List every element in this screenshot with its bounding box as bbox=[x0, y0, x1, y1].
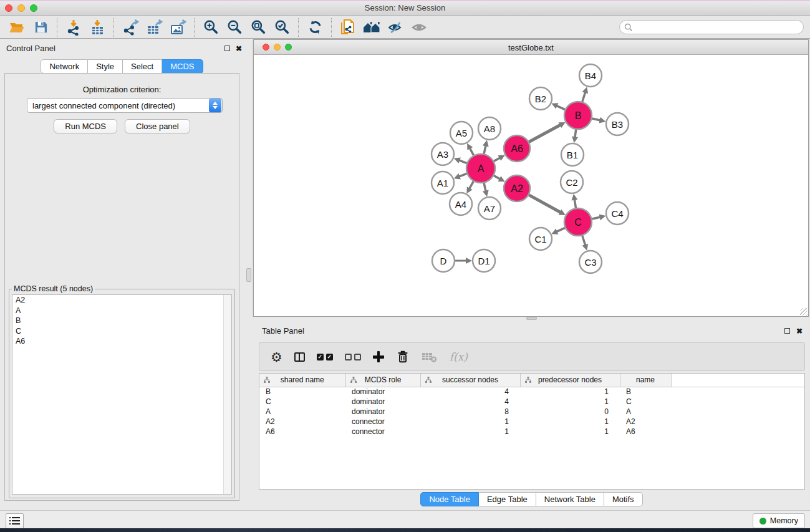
refresh-button[interactable] bbox=[303, 17, 327, 37]
column-visibility-button[interactable] bbox=[294, 352, 305, 362]
table-cell[interactable]: A6 bbox=[259, 427, 345, 437]
table-cell[interactable]: A bbox=[620, 407, 671, 417]
select-all-button[interactable]: ✓ ✓ bbox=[317, 354, 333, 360]
columns-icon bbox=[294, 352, 305, 362]
table-cell[interactable]: dominator bbox=[345, 397, 420, 407]
export-network-button[interactable] bbox=[118, 17, 142, 37]
tab-node-table[interactable]: Node Table bbox=[420, 492, 479, 506]
float-panel-icon[interactable] bbox=[224, 46, 230, 51]
deselect-all-button[interactable] bbox=[345, 354, 361, 360]
unchecked-checkbox-icon bbox=[354, 354, 361, 360]
table-cell[interactable]: 1 bbox=[520, 387, 620, 397]
graph-node-label: A6 bbox=[511, 143, 523, 154]
column-header-predecessor-nodes[interactable]: predecessor nodes bbox=[520, 374, 620, 387]
mcds-result-item[interactable]: A2 bbox=[12, 295, 231, 306]
tab-network[interactable]: Network bbox=[41, 59, 88, 74]
export-table-button[interactable] bbox=[142, 17, 166, 37]
zoom-selected-button[interactable] bbox=[270, 17, 294, 37]
tab-select[interactable]: Select bbox=[123, 59, 162, 74]
table-cell[interactable]: A6 bbox=[620, 427, 671, 437]
table-cell[interactable]: connector bbox=[345, 427, 420, 437]
import-network-button[interactable] bbox=[62, 17, 85, 37]
home-layout-button[interactable] bbox=[360, 17, 383, 37]
network-document-icon bbox=[340, 19, 356, 36]
memory-button[interactable]: Memory bbox=[753, 513, 805, 528]
tab-mcds[interactable]: MCDS bbox=[162, 59, 203, 74]
mcds-result-item[interactable]: A bbox=[12, 306, 231, 316]
table-cell[interactable]: 8 bbox=[420, 407, 520, 417]
export-image-button[interactable] bbox=[166, 17, 190, 37]
table-cell[interactable]: A bbox=[259, 407, 345, 417]
table-cell[interactable]: B bbox=[259, 387, 345, 397]
delete-table-button[interactable] bbox=[422, 350, 438, 364]
network-window-titlebar[interactable]: testGlobe.txt bbox=[254, 40, 808, 55]
column-header-name[interactable]: name bbox=[620, 374, 671, 387]
table-cell[interactable]: 0 bbox=[520, 407, 620, 417]
table-cell[interactable]: B bbox=[620, 387, 671, 397]
graph-edge-A6-B[interactable] bbox=[529, 125, 561, 142]
mcds-result-item[interactable]: A6 bbox=[12, 336, 231, 347]
hide-unhide-button[interactable] bbox=[383, 17, 407, 37]
eye-icon bbox=[411, 20, 428, 35]
mcds-result-list[interactable]: A2ABCA6 bbox=[12, 294, 232, 495]
graph-edge-C-C3[interactable] bbox=[582, 236, 586, 246]
table-settings-button[interactable]: ⚙ bbox=[271, 351, 282, 364]
dropdown-stepper-icon[interactable] bbox=[209, 99, 221, 112]
task-history-button[interactable] bbox=[6, 513, 24, 529]
save-session-button[interactable] bbox=[29, 17, 52, 37]
vertical-splitter-grip[interactable] bbox=[246, 268, 251, 282]
network-canvas[interactable]: AA6A2BCA1A3A4A5A7A8B1B2B3B4C1C2C3C4DD1 bbox=[254, 55, 808, 316]
table-cell[interactable]: 1 bbox=[420, 417, 520, 427]
table-cell[interactable]: C bbox=[620, 397, 671, 407]
add-column-button[interactable] bbox=[373, 351, 384, 362]
mcds-result-group: MCDS result (5 nodes) A2ABCA6 bbox=[9, 284, 235, 498]
import-table-button[interactable] bbox=[85, 17, 109, 37]
delete-column-button[interactable] bbox=[396, 349, 410, 364]
table-cell[interactable]: A2 bbox=[620, 417, 671, 427]
network-graph[interactable]: AA6A2BCA1A3A4A5A7A8B1B2B3B4C1C2C3C4DD1 bbox=[254, 55, 808, 316]
table-cell[interactable]: dominator bbox=[345, 407, 420, 417]
search-field[interactable] bbox=[619, 20, 804, 34]
table-cell[interactable]: 1 bbox=[520, 397, 620, 407]
zoom-selected-icon bbox=[274, 19, 290, 35]
memory-label: Memory bbox=[770, 516, 798, 525]
zoom-fit-button[interactable] bbox=[246, 17, 270, 37]
graph-edge-A2-C[interactable] bbox=[529, 195, 561, 213]
run-mcds-button[interactable]: Run MCDS bbox=[54, 119, 117, 133]
zoom-in-button[interactable] bbox=[199, 17, 223, 37]
table-cell[interactable]: C bbox=[259, 397, 345, 407]
table-cell[interactable]: 4 bbox=[420, 387, 520, 397]
open-session-button[interactable] bbox=[5, 17, 29, 37]
table-cell[interactable]: connector bbox=[345, 417, 420, 427]
column-header-successor-nodes[interactable]: successor nodes bbox=[420, 374, 520, 387]
tab-edge-table[interactable]: Edge Table bbox=[479, 492, 536, 506]
table-cell[interactable]: 1 bbox=[520, 427, 620, 437]
table-cell[interactable]: 1 bbox=[420, 427, 520, 437]
window-resize-grip[interactable] bbox=[800, 308, 808, 316]
table-cell[interactable]: 4 bbox=[420, 397, 520, 407]
search-input[interactable] bbox=[633, 23, 789, 32]
zoom-out-button[interactable] bbox=[223, 17, 246, 37]
network-column-icon bbox=[263, 376, 271, 385]
close-panel-icon[interactable]: ✖ bbox=[236, 44, 242, 53]
show-graphics-details-button[interactable] bbox=[407, 17, 431, 37]
mcds-list-scrollbar[interactable] bbox=[223, 295, 231, 494]
mcds-result-item[interactable]: C bbox=[12, 326, 231, 337]
tab-style[interactable]: Style bbox=[88, 59, 123, 74]
tab-motifs[interactable]: Motifs bbox=[604, 492, 643, 506]
optimization-criterion-dropdown[interactable]: largest connected component (directed) bbox=[27, 98, 223, 113]
close-table-panel-icon[interactable]: ✖ bbox=[796, 327, 803, 336]
function-builder-button[interactable]: f(x) bbox=[450, 351, 468, 363]
table-cell[interactable]: dominator bbox=[345, 387, 420, 397]
application-window: Session: New Session bbox=[0, 0, 810, 532]
graph-edge-B-B4[interactable] bbox=[582, 91, 586, 102]
close-panel-button[interactable]: Close panel bbox=[125, 119, 190, 133]
mcds-result-item[interactable]: B bbox=[12, 316, 231, 326]
float-table-panel-icon[interactable] bbox=[784, 328, 790, 334]
tab-network-table[interactable]: Network Table bbox=[536, 492, 604, 506]
table-cell[interactable]: A2 bbox=[259, 417, 345, 427]
new-network-from-selection-button[interactable] bbox=[336, 17, 360, 37]
column-header-shared-name[interactable]: shared name bbox=[259, 374, 345, 387]
column-header-mcds-role[interactable]: MCDS role bbox=[345, 374, 420, 387]
table-cell[interactable]: 1 bbox=[520, 417, 620, 427]
